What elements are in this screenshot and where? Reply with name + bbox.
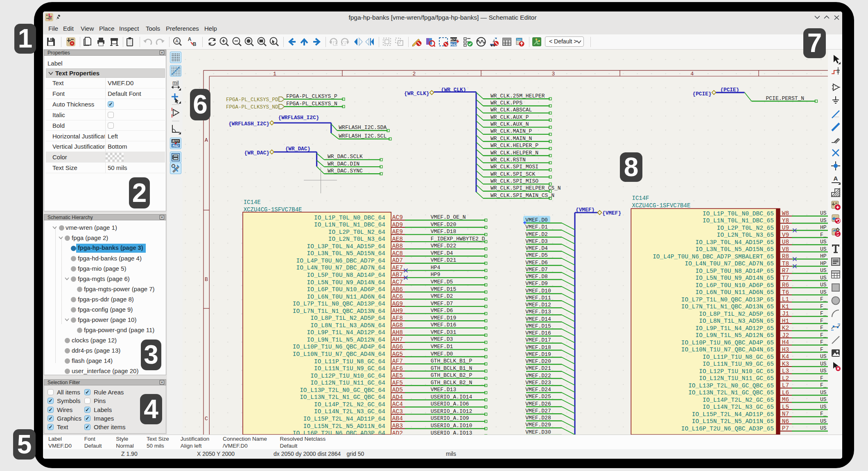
svg-text:R??: R??	[450, 38, 457, 42]
svg-text:VMEF.D22: VMEF.D22	[431, 243, 456, 249]
svg-text:WR_DAC.SYNC: WR_DAC.SYNC	[328, 168, 363, 174]
svg-text:IO_L15P_T2L_N4_AD11P_64: IO_L15P_T2L_N4_AD11P_64	[303, 416, 385, 422]
svg-text:VMEF.D26: VMEF.D26	[525, 401, 551, 407]
svg-text:WR_CLK.PPS: WR_CLK.PPS	[491, 100, 522, 106]
svg-text:{WRFLASH_I2C}: {WRFLASH_I2C}	[278, 115, 319, 121]
svg-text:VMEF.D1: VMEF.D1	[431, 344, 453, 350]
svg-text:WR_CLK.SPI_MOSI: WR_CLK.SPI_MOSI	[491, 164, 538, 170]
svg-text:IO_L7N_T1L_N1_QBC_AD13N_64: IO_L7N_T1L_N1_QBC_AD13N_64	[293, 308, 385, 315]
svg-text:VMEF.D20: VMEF.D20	[431, 222, 456, 228]
svg-text:VMEF.D17: VMEF.D17	[525, 337, 551, 343]
svg-text:WR_CLK.MAIN_P: WR_CLK.MAIN_P	[491, 128, 532, 134]
svg-text:3: 3	[552, 71, 555, 77]
svg-text:VMEF.D11: VMEF.D11	[525, 295, 551, 301]
svg-text:F_: F_	[820, 303, 827, 310]
svg-text:IO_L2P_T0L_N2_64: IO_L2P_T0L_N2_64	[328, 229, 385, 236]
svg-text:FPGA-PL_CLKSYS_P: FPGA-PL_CLKSYS_P	[286, 93, 337, 100]
svg-text:VMEF.D13: VMEF.D13	[431, 387, 456, 393]
svg-text:B: B	[205, 276, 208, 283]
svg-text:IO_L10N_T1U_N7_QBC_AD4N_65: IO_L10N_T1U_N7_QBC_AD4N_65	[681, 346, 774, 353]
svg-text:VMEF.D7: VMEF.D7	[431, 301, 453, 307]
svg-text:IO_L4P_T0U_N6_DBC_AD7P_SMBALER: IO_L4P_T0U_N6_DBC_AD7P_SMBALERT_65	[653, 254, 774, 260]
svg-text:{PCIE}: {PCIE}	[720, 87, 739, 93]
svg-text:VMEF.D_OE_N: VMEF.D_OE_N	[431, 214, 466, 220]
svg-text:US: US	[820, 267, 827, 274]
svg-text:IO_L6N_T0U_N11_AD6N_65: IO_L6N_T0U_N11_AD6N_65	[696, 289, 774, 296]
svg-text:VMEF.D6: VMEF.D6	[525, 260, 548, 266]
svg-text:IO_L2P_T0L_N2_65: IO_L2P_T0L_N2_65	[717, 225, 774, 231]
svg-text:IO_L15N_T2L_N5_AD11N_65: IO_L15N_T2L_N5_AD11N_65	[692, 418, 774, 425]
svg-text:IC14F: IC14F	[632, 195, 649, 202]
svg-text:IO_L1P_T0L_N0_DBC_65: IO_L1P_T0L_N0_DBC_65	[703, 211, 774, 217]
svg-text:US: US	[820, 217, 827, 224]
svg-text:VMEF.D5: VMEF.D5	[431, 279, 453, 285]
svg-text:VMEF.D18: VMEF.D18	[431, 229, 456, 235]
svg-text:VMEF.D12: VMEF.D12	[525, 302, 551, 308]
svg-text:C: C	[205, 416, 208, 422]
svg-text:IO_L7P_T1L_N0_QBC_AD13P_64: IO_L7P_T1L_N0_QBC_AD13P_64	[293, 301, 385, 307]
svg-text:USERIO_A.IO10: USERIO_A.IO10	[431, 423, 472, 429]
svg-text:US: US	[820, 404, 827, 410]
svg-text:{VMEF}: {VMEF}	[602, 210, 621, 216]
svg-text:USERIO_A.IO6: USERIO_A.IO6	[431, 401, 469, 407]
svg-text:R42: R42	[450, 43, 457, 47]
svg-text:F_: F_	[820, 411, 827, 417]
svg-text:US: US	[820, 210, 827, 216]
svg-text:VMEF.D5: VMEF.D5	[525, 252, 548, 258]
svg-text:IO_L11P_T1U_N8_GC_65: IO_L11P_T1U_N8_GC_65	[703, 354, 774, 360]
svg-text:VMEF.D3: VMEF.D3	[431, 336, 453, 342]
svg-text:WR_CLK.SPI_SCK: WR_CLK.SPI_SCK	[491, 171, 535, 177]
svg-text:US: US	[820, 353, 827, 360]
svg-text:FPGA-PL_CLKSYS_N: FPGA-PL_CLKSYS_N	[286, 101, 337, 107]
svg-text:WR_DAC.SCLK: WR_DAC.SCLK	[328, 154, 363, 160]
svg-text:VMEF.D27: VMEF.D27	[525, 408, 551, 414]
svg-text:+: +	[834, 88, 836, 91]
svg-text:IO_L4P_T0U_N6_DBC_AD7P_64: IO_L4P_T0U_N6_DBC_AD7P_64	[296, 258, 385, 264]
svg-text:IO_L3N_T0L_N5_AD15N_65: IO_L3N_T0L_N5_AD15N_65	[696, 246, 774, 253]
svg-text:IO_L9N_T1L_N5_AD12N_65: IO_L9N_T1L_N5_AD12N_65	[696, 332, 774, 339]
svg-text:VMEF.D18: VMEF.D18	[525, 344, 551, 351]
svg-text:VMEF.D15: VMEF.D15	[525, 323, 551, 329]
svg-text:US: US	[820, 246, 827, 252]
svg-text:VMEF.D1: VMEF.D1	[525, 224, 548, 230]
svg-text:IO_L6P_T0U_N10_AD6P_64: IO_L6P_T0U_N10_AD6P_64	[307, 286, 385, 293]
svg-text:+: +	[174, 112, 176, 116]
svg-text:F_: F_	[820, 375, 827, 381]
svg-text:WR_DAC.DIN: WR_DAC.DIN	[328, 161, 359, 167]
svg-text:US: US	[820, 275, 827, 281]
svg-text:VMEF.D15: VMEF.D15	[431, 286, 456, 292]
svg-text:WR_CLK.HELPER_N: WR_CLK.HELPER_N	[491, 150, 538, 156]
svg-text:VMEF.D22: VMEF.D22	[525, 373, 551, 379]
svg-text:VMEF.D6: VMEF.D6	[431, 308, 453, 314]
svg-text:IO_L4N_T0U_N7_DBC_AD7N_64: IO_L4N_T0U_N7_DBC_AD7N_64	[296, 265, 385, 271]
svg-text:HP: HP	[820, 260, 827, 267]
svg-text:IO_L12N_T1U_N11_GC_65: IO_L12N_T1U_N11_GC_65	[699, 375, 774, 382]
svg-text:IO_L8P_T1L_N2_AD5P_65: IO_L8P_T1L_N2_AD5P_65	[699, 311, 774, 317]
svg-text:FPGA-PL_CLKSYS_PD: FPGA-PL_CLKSYS_PD	[226, 97, 278, 103]
svg-text:IO_L13N_T2L_N1_GC_QBC_64: IO_L13N_T2L_N1_GC_QBC_64	[300, 394, 385, 401]
svg-text:USERIO_A.IO13: USERIO_A.IO13	[431, 430, 472, 435]
svg-text:VMEF.D13: VMEF.D13	[525, 309, 551, 315]
svg-text:F_: F_	[820, 346, 827, 353]
svg-text:IO_L14N_T2L_N3_GC_64: IO_L14N_T2L_N3_GC_64	[314, 408, 385, 415]
svg-text:VMEF.D23: VMEF.D23	[525, 380, 551, 386]
svg-text:WR_CLK.HELPER_P: WR_CLK.HELPER_P	[491, 143, 538, 149]
svg-text:WR_CLK.SPI_MISO: WR_CLK.SPI_MISO	[491, 178, 538, 184]
svg-text:IO_L14N_T2L_N3_GC_65: IO_L14N_T2L_N3_GC_65	[703, 404, 774, 410]
svg-text:GTH_BCLK_B1_P: GTH_BCLK_B1_P	[431, 358, 472, 364]
svg-text:US: US	[820, 282, 827, 288]
svg-text:XCZU4CG-1SFVC7B4E: XCZU4CG-1SFVC7B4E	[632, 202, 691, 209]
svg-text:IO_L10P_T1U_N6_QBC_AD4P_64: IO_L10P_T1U_N6_QBC_AD4P_64	[293, 344, 385, 350]
svg-text:US: US	[820, 389, 827, 396]
svg-text:VMEF.D4: VMEF.D4	[525, 245, 548, 251]
svg-text:IO_L7P_T1L_N0_QBC_AD13P_65: IO_L7P_T1L_N0_QBC_AD13P_65	[681, 297, 774, 303]
svg-text:IO_L6N_T0U_N11_AD6N_64: IO_L6N_T0U_N11_AD6N_64	[307, 294, 385, 300]
svg-text:VMEF.D2: VMEF.D2	[431, 293, 453, 299]
svg-text:IO_L11N_T1U_N9_GC_64: IO_L11N_T1U_N9_GC_64	[314, 365, 385, 372]
svg-text:{WR_DAC}: {WR_DAC}	[285, 146, 310, 152]
svg-text:2: 2	[413, 71, 416, 77]
svg-text:IO_L9P_T1L_N4_AD12P_65: IO_L9P_T1L_N4_AD12P_65	[696, 325, 774, 332]
svg-text:VMEF.D10: VMEF.D10	[525, 288, 551, 294]
svg-text:VMEF.D16: VMEF.D16	[525, 330, 551, 336]
svg-text:IO_L1N_T0L_N1_DBC_65: IO_L1N_T0L_N1_DBC_65	[703, 217, 774, 224]
